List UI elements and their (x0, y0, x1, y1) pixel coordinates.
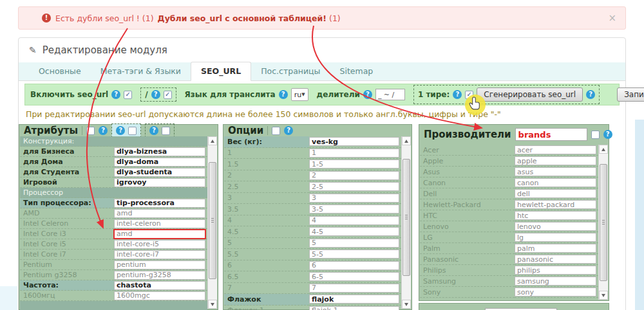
scroll-up-icon[interactable] (402, 136, 411, 145)
attributes-option-checkbox[interactable] (128, 127, 137, 135)
seo-url-input[interactable] (515, 156, 596, 165)
seo-url-input[interactable] (114, 209, 205, 218)
scroll-down-icon[interactable] (402, 300, 411, 309)
seo-url-input[interactable] (515, 222, 596, 231)
seo-url-input[interactable] (309, 194, 399, 203)
seo-url-input[interactable] (515, 233, 596, 242)
translit-lang-select[interactable]: ru ▼ (291, 88, 308, 101)
scroll-down-icon[interactable] (208, 300, 217, 309)
help-icon[interactable]: ? (363, 90, 372, 99)
table-row: 5.5 (224, 249, 401, 260)
seo-url-input[interactable] (309, 284, 399, 293)
dividers-input[interactable] (375, 89, 405, 100)
attributes-option-checkbox[interactable] (162, 127, 170, 135)
scroll-thumb[interactable] (402, 159, 410, 276)
alert-count: (1) (329, 14, 341, 23)
tab-item-0[interactable]: Основные (29, 62, 91, 80)
seo-url-input[interactable] (309, 182, 399, 191)
seo-url-input[interactable] (309, 295, 399, 304)
seo-url-input[interactable] (515, 189, 596, 198)
help-icon[interactable]: ? (116, 126, 125, 135)
row-label: Intel Core i7 (20, 250, 114, 260)
row-label: 1.5 (224, 159, 309, 170)
table-row: 1600мгц (20, 291, 207, 301)
seo-url-input[interactable] (114, 250, 205, 259)
scroll-down-icon[interactable] (599, 291, 608, 300)
seo-url-input[interactable] (515, 277, 596, 286)
scrollbar[interactable] (598, 145, 608, 300)
dash-checkbox[interactable]: ✓ (465, 91, 473, 99)
seo-url-input[interactable] (515, 244, 596, 253)
seo-url-input[interactable] (114, 240, 205, 249)
save-button[interactable]: Записать (617, 87, 644, 102)
row-value-cell (515, 232, 598, 243)
seo-url-input[interactable] (309, 205, 399, 214)
seo-url-input[interactable] (309, 149, 399, 158)
tab-item-2[interactable]: SEO_URL (191, 62, 251, 81)
seo-url-input[interactable] (309, 239, 399, 248)
help-icon[interactable]: ? (99, 126, 108, 135)
tab-item-1[interactable]: Мета-тэги & Языки (91, 62, 191, 80)
scroll-thumb[interactable] (600, 164, 607, 281)
seo-url-input[interactable] (114, 291, 205, 300)
seo-url-input[interactable] (515, 255, 596, 264)
seo-url-input[interactable] (114, 230, 205, 239)
seo-url-input[interactable] (114, 271, 205, 280)
seo-url-input[interactable] (309, 272, 399, 281)
seo-url-input[interactable] (309, 250, 399, 259)
seo-url-input[interactable] (114, 199, 205, 208)
seo-url-input[interactable] (515, 167, 596, 176)
enable-seo-checkbox[interactable]: ✓ (124, 91, 132, 99)
seo-url-input[interactable] (309, 306, 399, 310)
seo-url-input[interactable] (114, 147, 205, 156)
scroll-up-icon[interactable] (599, 145, 608, 154)
row-label: Флажок 1 (224, 305, 309, 310)
seo-url-input[interactable] (515, 287, 596, 296)
seo-url-input[interactable] (309, 227, 399, 236)
scroll-thumb[interactable] (209, 162, 216, 279)
slash-checkbox[interactable]: ✓ (164, 91, 172, 99)
help-icon[interactable]: ? (603, 130, 612, 139)
seo-url-input[interactable] (515, 145, 596, 154)
seo-url-input[interactable] (114, 168, 205, 177)
row-value-cell (309, 249, 401, 260)
seo-url-input[interactable] (114, 260, 205, 269)
seo-url-input[interactable] (309, 137, 399, 146)
seo-url-input[interactable] (114, 178, 205, 187)
help-icon[interactable]: ? (453, 90, 462, 99)
help-icon[interactable]: ? (149, 126, 158, 135)
seo-url-input[interactable] (309, 160, 399, 169)
seo-url-input[interactable] (309, 171, 399, 180)
row-label: 4 (224, 215, 309, 227)
options-checkbox[interactable] (272, 127, 280, 135)
tab-item-4[interactable]: Sitemap (330, 62, 383, 80)
manufacturers-checkbox[interactable] (591, 131, 600, 139)
seo-url-input[interactable] (515, 178, 596, 187)
table-row: Pentium (20, 260, 207, 270)
help-icon[interactable]: ? (151, 90, 160, 99)
tab-item-3[interactable]: Пос.страницы (251, 62, 330, 80)
alert-bold-text: Дубли seo_url с основной таблицей! (158, 14, 327, 23)
row-label: Intel Core i5 (20, 239, 114, 250)
seo-url-input[interactable] (515, 200, 596, 209)
help-icon[interactable]: ? (586, 90, 595, 99)
scrollbar[interactable] (401, 136, 411, 309)
seo-url-input[interactable] (114, 158, 205, 167)
scrollbar[interactable] (207, 136, 217, 309)
seo-url-input[interactable] (515, 211, 596, 220)
help-icon[interactable]: ? (284, 126, 293, 135)
manufacturers-seo-input[interactable] (515, 128, 587, 141)
seo-url-input[interactable] (114, 281, 205, 290)
help-icon[interactable]: ? (111, 90, 120, 99)
attributes-checkbox[interactable] (86, 127, 95, 135)
table-row: HTC (420, 210, 598, 221)
help-icon[interactable]: ? (279, 90, 288, 99)
seo-url-input[interactable] (114, 219, 205, 228)
scroll-up-icon[interactable] (208, 136, 217, 145)
seo-url-input[interactable] (515, 266, 596, 275)
seo-url-input[interactable] (309, 216, 399, 225)
row-label: AMD (20, 208, 114, 219)
generate-seo-url-button[interactable]: Сгенерировать seo_url (477, 87, 583, 102)
close-icon[interactable]: × (608, 14, 616, 23)
seo-url-input[interactable] (309, 261, 399, 270)
